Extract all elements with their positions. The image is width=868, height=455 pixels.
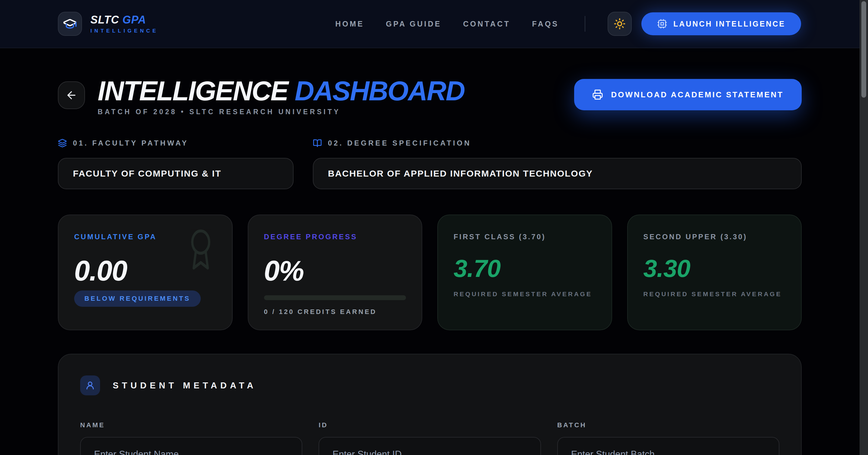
- nav-link-contact[interactable]: CONTACT: [463, 20, 510, 28]
- brand-text: SLTC GPA INTELLIGENCE: [90, 13, 158, 34]
- cumulative-gpa-card: CUMULATIVE GPA 0.00 BELOW REQUIREMENTS: [58, 215, 233, 330]
- scrollbar-track[interactable]: [860, 0, 868, 455]
- nav-divider: [585, 16, 585, 32]
- student-id-input[interactable]: [318, 437, 541, 455]
- user-icon: [85, 381, 95, 390]
- download-button-label: DOWNLOAD ACADEMIC STATEMENT: [611, 90, 784, 99]
- cpu-icon: [657, 19, 667, 29]
- theme-toggle-button[interactable]: [608, 12, 632, 36]
- name-field-group: NAME: [80, 421, 302, 455]
- launch-button-label: LAUNCH INTELLIGENCE: [673, 20, 785, 28]
- credits-earned-label: 0 / 120 CREDITS EARNED: [264, 308, 406, 316]
- metadata-header: STUDENT METADATA: [80, 376, 779, 395]
- scrollbar-thumb[interactable]: [861, 1, 866, 98]
- faculty-selector[interactable]: FACULTY OF COMPUTING & IT: [58, 158, 293, 189]
- main-content: INTELLIGENCE DASHBOARD BATCH OF 2028 • S…: [0, 77, 868, 455]
- selection-sections: 01. FACULTY PATHWAY FACULTY OF COMPUTING…: [58, 139, 802, 189]
- first-class-value: 3.70: [454, 256, 596, 281]
- printer-icon: [592, 89, 603, 100]
- degree-section: 02. DEGREE SPECIFICATION BACHELOR OF APP…: [313, 139, 802, 189]
- metadata-fields: NAME ID BATCH: [80, 421, 779, 455]
- faculty-section-label: 01. FACULTY PATHWAY: [58, 139, 293, 148]
- id-field-group: ID: [318, 421, 541, 455]
- student-batch-input[interactable]: [557, 437, 779, 455]
- arrow-left-icon: [65, 89, 78, 101]
- stats-cards: CUMULATIVE GPA 0.00 BELOW REQUIREMENTS D…: [58, 215, 802, 330]
- brand-subtitle: INTELLIGENCE: [90, 28, 158, 34]
- metadata-title: STUDENT METADATA: [113, 381, 256, 391]
- progress-bar-track: [264, 295, 406, 300]
- nav-link-home[interactable]: HOME: [335, 20, 364, 28]
- nav-link-faqs[interactable]: FAQS: [532, 20, 559, 28]
- degree-progress-card: DEGREE PROGRESS 0% 0 / 120 CREDITS EARNE…: [248, 215, 423, 330]
- batch-field-group: BATCH: [557, 421, 779, 455]
- nav-link-gpa-guide[interactable]: GPA GUIDE: [386, 20, 441, 28]
- first-class-caption: REQUIRED SEMESTER AVERAGE: [454, 290, 596, 298]
- award-icon: [184, 227, 218, 272]
- faculty-value: FACULTY OF COMPUTING & IT: [73, 168, 221, 179]
- faculty-section: 01. FACULTY PATHWAY FACULTY OF COMPUTING…: [58, 139, 293, 189]
- second-upper-caption: REQUIRED SEMESTER AVERAGE: [644, 290, 786, 298]
- degree-selector[interactable]: BACHELOR OF APPLIED INFORMATION TECHNOLO…: [313, 158, 802, 189]
- student-metadata-card: STUDENT METADATA NAME ID BATCH: [58, 354, 802, 455]
- gpa-status-badge: BELOW REQUIREMENTS: [74, 290, 201, 307]
- first-class-label: FIRST CLASS (3.70): [454, 233, 596, 241]
- brand-accent: GPA: [122, 13, 146, 26]
- download-statement-button[interactable]: DOWNLOAD ACADEMIC STATEMENT: [574, 79, 802, 110]
- book-open-icon: [313, 139, 322, 148]
- second-upper-label: SECOND UPPER (3.30): [644, 233, 786, 241]
- sun-icon: [614, 18, 626, 30]
- brand-logo[interactable]: [58, 12, 82, 36]
- launch-intelligence-button[interactable]: LAUNCH INTELLIGENCE: [641, 12, 801, 35]
- progress-value: 0%: [264, 257, 406, 285]
- degree-section-label: 02. DEGREE SPECIFICATION: [313, 139, 802, 148]
- graduation-cap-icon: [63, 17, 77, 31]
- id-label: ID: [318, 421, 541, 429]
- second-upper-card: SECOND UPPER (3.30) 3.30 REQUIRED SEMEST…: [627, 215, 802, 330]
- navbar: SLTC GPA INTELLIGENCE HOME GPA GUIDE CON…: [0, 0, 868, 48]
- nav-links: HOME GPA GUIDE CONTACT FAQS: [335, 20, 559, 28]
- second-upper-value: 3.30: [644, 256, 786, 281]
- brand-primary: SLTC: [90, 13, 122, 26]
- first-class-card: FIRST CLASS (3.70) 3.70 REQUIRED SEMESTE…: [437, 215, 612, 330]
- page: SLTC GPA INTELLIGENCE HOME GPA GUIDE CON…: [0, 0, 868, 455]
- batch-label: BATCH: [557, 421, 779, 429]
- name-label: NAME: [80, 421, 302, 429]
- degree-value: BACHELOR OF APPLIED INFORMATION TECHNOLO…: [328, 168, 593, 179]
- user-icon-box: [80, 376, 100, 395]
- progress-label: DEGREE PROGRESS: [264, 233, 406, 241]
- student-name-input[interactable]: [80, 437, 302, 455]
- dashboard-header: INTELLIGENCE DASHBOARD BATCH OF 2028 • S…: [58, 77, 802, 115]
- layers-icon: [58, 139, 67, 148]
- back-button[interactable]: [58, 82, 85, 109]
- page-title-accent: DASHBOARD: [295, 76, 464, 106]
